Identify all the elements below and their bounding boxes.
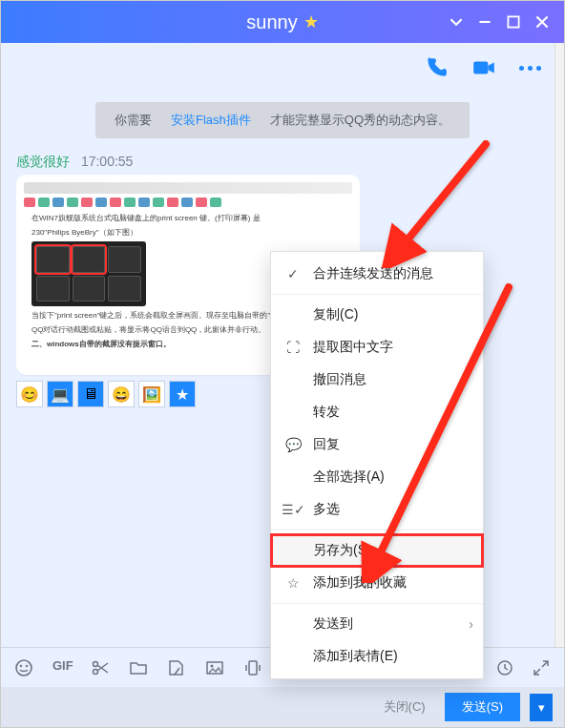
reaction-screen[interactable]: 🖥	[77, 381, 104, 407]
star-icon: ★	[303, 11, 319, 32]
shake-icon[interactable]	[243, 658, 262, 677]
history-icon[interactable]	[495, 658, 514, 677]
reaction-device[interactable]: 💻	[47, 381, 73, 407]
menu-sendto[interactable]: 发送到›	[271, 608, 483, 640]
menu-label: 多选	[313, 501, 340, 518]
emoji-icon[interactable]	[14, 658, 33, 677]
svg-point-8	[211, 664, 214, 667]
minimize-icon[interactable]	[478, 15, 492, 29]
maximize-icon[interactable]	[507, 15, 520, 29]
ocr-icon: ⛶	[284, 340, 302, 355]
menu-ocr[interactable]: ⛶提取图中文字	[271, 331, 483, 364]
close-icon[interactable]	[535, 15, 549, 29]
menu-label: 添加到我的收藏	[313, 574, 407, 592]
more-icon[interactable]	[519, 66, 541, 71]
keyboard-photo	[31, 241, 146, 306]
image-icon[interactable]	[205, 658, 224, 677]
svg-rect-9	[249, 661, 257, 675]
fav-icon: ☆	[284, 575, 302, 591]
inner-text-2: 230"Philips ByeBry"（如下图）	[31, 227, 345, 238]
menu-label: 合并连续发送的消息	[313, 265, 433, 282]
folder-icon[interactable]	[129, 658, 148, 677]
scrollbar-track[interactable]	[555, 43, 564, 727]
svg-point-6	[94, 669, 98, 674]
menu-label: 另存为(S)...	[313, 542, 382, 559]
menu-label: 添加到表情(E)	[313, 648, 398, 665]
svg-rect-0	[508, 16, 518, 27]
action-bar	[1, 43, 564, 93]
reaction-smile[interactable]: 😄	[108, 381, 135, 407]
menu-multi[interactable]: ☰✓多选	[271, 493, 483, 526]
close-button[interactable]: 关闭(C)	[384, 698, 426, 716]
svg-rect-1	[473, 62, 488, 74]
notice-prefix: 你需要	[105, 107, 161, 134]
menu-recall[interactable]: 撤回消息	[271, 364, 483, 396]
expand-icon[interactable]	[532, 658, 551, 677]
menu-reply[interactable]: 💬回复	[271, 428, 483, 461]
menu-selall[interactable]: 全部选择(A)	[271, 461, 483, 493]
svg-point-3	[20, 664, 22, 666]
gif-icon[interactable]: GIF	[52, 658, 72, 677]
menu-copy[interactable]: 复制(C)	[271, 299, 483, 331]
menu-saveas[interactable]: 另存为(S)...	[271, 534, 483, 567]
menu-fav[interactable]: ☆添加到我的收藏	[271, 567, 483, 599]
sender-name: 感觉很好	[16, 154, 70, 169]
chevron-right-icon: ›	[469, 616, 473, 632]
menu-forward[interactable]: 转发	[271, 396, 483, 428]
menu-label: 提取图中文字	[313, 339, 393, 356]
menu-label: 转发	[313, 404, 340, 421]
message-time: 17:00:55	[81, 154, 134, 169]
titlebar: sunny ★	[1, 1, 564, 43]
menu-label: 复制(C)	[313, 306, 358, 323]
footer: 关闭(C) 发送(S) ▾	[1, 687, 564, 727]
menu-merge[interactable]: ✓合并连续发送的消息	[271, 258, 483, 290]
context-menu: ✓合并连续发送的消息复制(C)⛶提取图中文字撤回消息转发💬回复全部选择(A)☰✓…	[270, 251, 484, 679]
send-dropdown[interactable]: ▾	[530, 694, 553, 721]
notice-suffix: 才能完整显示QQ秀的动态内容。	[261, 107, 460, 134]
chevron-down-icon[interactable]	[450, 15, 463, 29]
install-flash-link[interactable]: 安装Flash插件	[161, 107, 261, 134]
sender-line: 感觉很好 17:00:55	[16, 154, 549, 171]
merge-icon: ✓	[284, 266, 302, 281]
menu-label: 撤回消息	[313, 371, 366, 388]
multi-icon: ☰✓	[284, 502, 302, 517]
svg-point-4	[26, 664, 28, 666]
svg-point-2	[16, 660, 31, 676]
menu-addemo[interactable]: 添加到表情(E)	[271, 640, 483, 673]
chat-title: sunny	[246, 11, 297, 33]
reply-icon: 💬	[284, 437, 302, 452]
send-file-icon[interactable]	[167, 658, 186, 677]
menu-label: 回复	[313, 436, 340, 453]
chat-window: sunny ★ 你需要安装Flash插件才能完整显示QQ秀的动态内容。 感觉很好…	[0, 0, 565, 728]
svg-point-5	[94, 661, 98, 666]
scissors-icon[interactable]	[91, 658, 110, 677]
video-call-icon[interactable]	[471, 55, 496, 80]
reaction-image[interactable]: 🖼️	[138, 381, 165, 407]
menu-label: 发送到	[313, 615, 353, 633]
voice-call-icon[interactable]	[424, 55, 449, 80]
reaction-star[interactable]: ★	[169, 381, 196, 407]
menu-label: 全部选择(A)	[313, 468, 385, 486]
reaction-add[interactable]: 😊	[16, 381, 43, 407]
flash-notice: 你需要安装Flash插件才能完整显示QQ秀的动态内容。	[16, 102, 549, 138]
inner-text-1: 在WIN7旗舰版系统台式电脑键盘上的print screen 键。(打印屏幕) …	[31, 213, 345, 223]
send-button[interactable]: 发送(S)	[445, 693, 520, 721]
